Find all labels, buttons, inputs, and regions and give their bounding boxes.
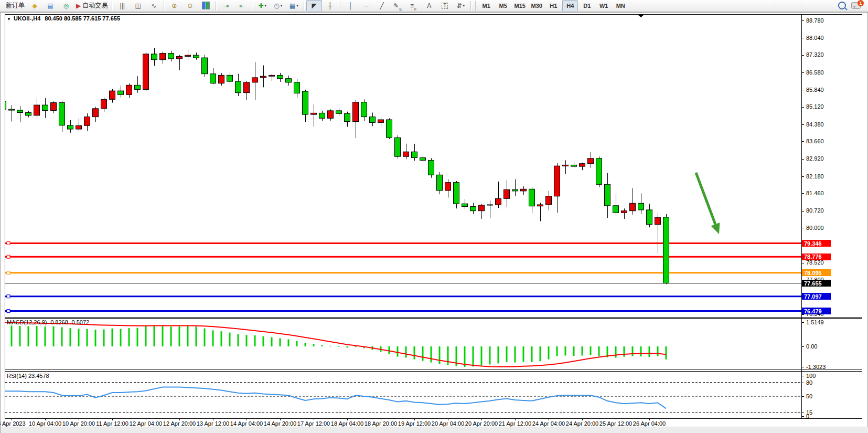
price-tick-mark: [801, 193, 804, 194]
candle-body: [387, 120, 392, 138]
rsi-panel-canvas[interactable]: [5, 372, 801, 418]
line-handle[interactable]: [7, 295, 10, 298]
rsi-label: RSI(14) 23.4578: [7, 373, 49, 379]
macd-bar: [598, 346, 600, 356]
timeframe-m15-button[interactable]: M15: [512, 0, 528, 12]
macd-bar: [523, 346, 524, 362]
panel-separator[interactable]: [5, 318, 862, 319]
macd-bar: [229, 333, 231, 346]
auto-scroll-icon[interactable]: ⇥: [218, 0, 234, 12]
trendline-icon[interactable]: ╱: [374, 0, 390, 12]
macd-tick-mark: [801, 346, 804, 347]
new-order-button[interactable]: 新订单: [2, 0, 27, 12]
search-icon[interactable]: [838, 2, 846, 9]
text-icon[interactable]: A: [421, 0, 437, 12]
auto-trading-button[interactable]: ▶自动交易: [74, 0, 110, 12]
zoom-out-icon[interactable]: ⊖: [182, 0, 198, 12]
equidistant-channel-icon[interactable]: ✎E: [390, 0, 405, 12]
community-icon[interactable]: 1: [851, 2, 861, 9]
line-handle[interactable]: [7, 242, 10, 245]
timeframe-d1-button[interactable]: D1: [579, 0, 595, 12]
macd-bar: [489, 346, 491, 365]
chart-shift-icon[interactable]: ⇤: [234, 0, 250, 12]
time-tick-label: 12 Apr 04:00: [130, 420, 162, 427]
candle-body: [219, 75, 224, 83]
indicators-icon[interactable]: ✚▾: [254, 0, 270, 12]
candle-body: [353, 102, 359, 122]
time-axis[interactable]: 6 Apr 202310 Apr 04:0010 Apr 20:0011 Apr…: [1, 419, 868, 427]
text-label-icon[interactable]: T: [437, 0, 453, 12]
line-handle[interactable]: [7, 271, 10, 274]
candle-body: [160, 54, 166, 60]
macd-bar: [573, 346, 575, 356]
main-chart-canvas[interactable]: [5, 15, 801, 317]
timeframe-h1-button[interactable]: H1: [545, 0, 561, 12]
vertical-line-icon[interactable]: │: [342, 0, 358, 12]
panel-separator[interactable]: [5, 371, 862, 372]
chart-shift-marker[interactable]: [637, 14, 645, 17]
chart-line-icon[interactable]: ∿: [146, 0, 162, 12]
timeframe-m1-button[interactable]: M1: [478, 0, 494, 12]
horizontal-line-icon[interactable]: ─: [358, 0, 374, 12]
time-tick-label: 6 Apr 2023: [0, 420, 26, 427]
macd-bar: [355, 346, 357, 347]
line-handle[interactable]: [7, 310, 10, 313]
candle-body: [647, 210, 652, 225]
time-tick-label: 25 Apr 12:00: [599, 420, 632, 427]
candle-body: [437, 175, 443, 191]
macd-bar: [238, 334, 239, 346]
level-price-label: 78.776: [802, 254, 831, 260]
macd-bar: [280, 338, 281, 346]
tile-windows-icon[interactable]: [198, 0, 213, 12]
market-icon[interactable]: ◆: [27, 0, 42, 12]
time-tick-label: 10 Apr 20:00: [62, 420, 95, 427]
macd-panel-canvas[interactable]: [5, 319, 801, 369]
chart-bars-icon[interactable]: |||: [114, 0, 130, 12]
chart-candles-icon[interactable]: ◫: [130, 0, 146, 12]
toolbar: 新订单◆▤◎▶自动交易|||◫∿⊕⊖⇥⇤✚▾◷▾▦▾◤┼│─╱✎E≡FAT⇵▾M…: [0, 0, 868, 12]
templates-icon[interactable]: ▦▾: [286, 0, 302, 12]
macd-bar: [221, 331, 222, 346]
timeframe-m30-button[interactable]: M30: [529, 0, 544, 12]
profile-icon[interactable]: ▤: [42, 0, 58, 12]
candle-body: [210, 74, 216, 83]
timeframe-h4-button[interactable]: H4: [562, 0, 578, 12]
toolbar-separator: [470, 1, 471, 10]
level-price-label: 79.346: [802, 240, 831, 247]
candle-body: [512, 189, 518, 191]
macd-bar: [414, 346, 415, 360]
macd-bar: [506, 346, 508, 362]
timeframe-mn-button[interactable]: MN: [613, 0, 628, 12]
macd-bar: [540, 346, 541, 361]
candle-body: [42, 105, 48, 110]
signals-icon[interactable]: ◎: [58, 0, 74, 12]
cursor-icon[interactable]: ◤: [306, 0, 322, 12]
time-tick-label: 10 Apr 04:00: [29, 420, 61, 427]
price-tick-label: 88.780: [806, 17, 824, 24]
rsi-tick-mark: [801, 413, 804, 413]
candle-body: [277, 75, 283, 78]
rsi-tick-mark: [801, 376, 804, 376]
price-tick-mark: [801, 90, 804, 90]
panel-separator[interactable]: [5, 317, 862, 318]
price-axis[interactable]: 88.78088.04087.32086.58085.84085.12084.3…: [801, 13, 868, 427]
toolbar-separator: [475, 1, 476, 10]
chart-menu-icon[interactable]: ▼: [7, 17, 11, 22]
candle-body: [621, 211, 627, 213]
timeframe-m5-button[interactable]: M5: [495, 0, 511, 12]
candle-body: [588, 159, 594, 164]
crosshair-icon[interactable]: ┼: [322, 0, 338, 12]
arrows-icon[interactable]: ⇵▾: [453, 0, 468, 12]
period-icon[interactable]: ◷▾: [270, 0, 286, 12]
rsi-tick-mark: [801, 416, 804, 417]
toolbar-separator: [216, 1, 216, 10]
trend-arrow[interactable]: [696, 173, 720, 234]
fibonacci-icon[interactable]: ≡F: [405, 0, 421, 12]
timeframe-w1-button[interactable]: W1: [596, 0, 612, 12]
panel-separator[interactable]: [5, 369, 862, 369]
zoom-in-icon[interactable]: ⊕: [166, 0, 182, 12]
price-tick-label: 80.720: [806, 207, 824, 214]
macd-bar: [204, 329, 206, 346]
line-handle[interactable]: [7, 255, 10, 258]
macd-bar: [405, 346, 407, 358]
